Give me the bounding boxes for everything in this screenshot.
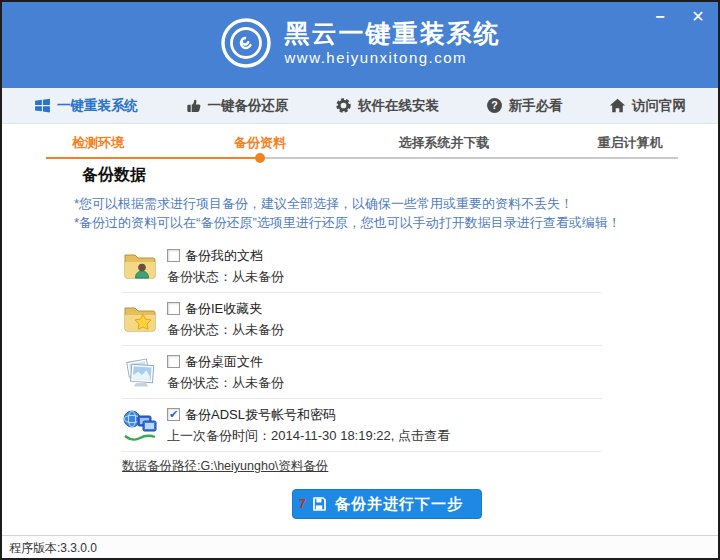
minimize-button[interactable]: − — [650, 7, 670, 27]
svg-text:?: ? — [491, 99, 497, 111]
progress-line — [46, 157, 678, 159]
app-window: − ✕ 黑云一键重装系统 www.heiyunxitong.com 一键重装系统 — [0, 0, 720, 560]
backup-item-checkbox-row[interactable]: 备份桌面文件 — [167, 353, 284, 371]
home-icon — [609, 97, 626, 114]
page-title: 备份数据 — [82, 165, 146, 186]
notices: *您可以根据需求进行项目备份，建议全部选择，以确保一些常用或重要的资料不丢失！ … — [74, 194, 621, 232]
backup-next-button-label: 备份并进行下一步 — [335, 495, 463, 514]
ie-favorites-folder-icon — [122, 303, 158, 335]
tutorial-step-marker: 7 — [299, 497, 306, 511]
progress-line-done — [46, 157, 260, 159]
nav-item-reinstall[interactable]: 一键重装系统 — [34, 97, 138, 115]
save-floppy-icon — [311, 496, 327, 512]
nav-item-backup-restore[interactable]: 一键备份还原 — [185, 97, 289, 115]
progress-dot — [255, 153, 265, 163]
nav-item-label: 软件在线安装 — [358, 97, 439, 115]
backup-path-link[interactable]: 数据备份路径:G:\heiyungho\资料备份 — [122, 458, 328, 475]
checkbox[interactable] — [167, 408, 180, 421]
app-title: 黑云一键重装系统 — [285, 18, 501, 48]
backup-item-status: 备份状态：从未备份 — [167, 268, 284, 286]
window-controls: − ✕ — [650, 7, 708, 27]
backup-next-button[interactable]: 7 备份并进行下一步 — [292, 489, 482, 519]
backup-item-checkbox-row[interactable]: 备份ADSL拨号帐号和密码 — [167, 406, 450, 424]
backup-item-text: 备份IE收藏夹 备份状态：从未备份 — [167, 300, 284, 339]
backup-item-label: 备份我的文档 — [185, 247, 263, 265]
backup-item-status-with-link[interactable]: 上一次备份时间：2014-11-30 18:19:22, 点击查看 — [167, 427, 450, 445]
backup-item-adsl: 备份ADSL拨号帐号和密码 上一次备份时间：2014-11-30 18:19:2… — [122, 399, 602, 452]
backup-item-status: 备份状态：从未备份 — [167, 374, 284, 392]
header: − ✕ 黑云一键重装系统 www.heiyunxitong.com — [2, 2, 718, 88]
thumb-up-icon — [185, 97, 202, 114]
backup-item-desktop-files: 备份桌面文件 备份状态：从未备份 — [122, 346, 602, 399]
step-select-system[interactable]: 选择系统并下载 — [379, 134, 509, 152]
program-version: 程序版本:3.3.0.0 — [9, 540, 718, 557]
gear-icon — [335, 97, 352, 114]
desktop-files-icon — [122, 356, 158, 388]
nav-item-beginner-guide[interactable]: ? 新手必看 — [486, 97, 563, 115]
backup-item-my-documents: 备份我的文档 备份状态：从未备份 — [122, 240, 602, 293]
backup-item-label: 备份ADSL拨号帐号和密码 — [185, 406, 336, 424]
backup-item-status: 备份状态：从未备份 — [167, 321, 284, 339]
checkbox[interactable] — [167, 249, 180, 262]
brand-text: 黑云一键重装系统 www.heiyunxitong.com — [285, 18, 501, 68]
nav-item-label: 一键备份还原 — [208, 97, 289, 115]
footer: 程序版本:3.3.0.0 — [2, 535, 718, 558]
nav-item-label: 一键重装系统 — [57, 97, 138, 115]
my-documents-folder-icon — [122, 250, 158, 282]
windows-logo-icon — [34, 97, 51, 114]
checkbox[interactable] — [167, 355, 180, 368]
step-check-env[interactable]: 检测环境 — [33, 134, 163, 152]
backup-items-list: 备份我的文档 备份状态：从未备份 备份IE收藏夹 备份状态：从未备份 — [122, 240, 602, 452]
app-url: www.heiyunxitong.com — [285, 48, 501, 68]
backup-item-label: 备份桌面文件 — [185, 353, 263, 371]
backup-item-text: 备份ADSL拨号帐号和密码 上一次备份时间：2014-11-30 18:19:2… — [167, 406, 450, 445]
brand: 黑云一键重装系统 www.heiyunxitong.com — [2, 2, 718, 69]
notice-line-2: *备份过的资料可以在“备份还原”选项里进行还原，您也可以手动打开数据目录进行查看… — [74, 213, 621, 232]
step-restart[interactable]: 重启计算机 — [565, 134, 695, 152]
nav-item-label: 新手必看 — [509, 97, 563, 115]
backup-item-checkbox-row[interactable]: 备份我的文档 — [167, 247, 284, 265]
backup-item-label: 备份IE收藏夹 — [185, 300, 262, 318]
question-icon: ? — [486, 97, 503, 114]
backup-item-text: 备份我的文档 备份状态：从未备份 — [167, 247, 284, 286]
heiyun-spiral-logo-icon — [220, 17, 272, 69]
backup-item-text: 备份桌面文件 备份状态：从未备份 — [167, 353, 284, 392]
adsl-network-icon — [122, 409, 158, 441]
backup-item-checkbox-row[interactable]: 备份IE收藏夹 — [167, 300, 284, 318]
navbar: 一键重装系统 一键备份还原 软件在线安装 ? — [2, 88, 718, 124]
close-button[interactable]: ✕ — [688, 7, 708, 27]
nav-item-official-site[interactable]: 访问官网 — [609, 97, 686, 115]
nav-item-software-install[interactable]: 软件在线安装 — [335, 97, 439, 115]
notice-line-1: *您可以根据需求进行项目备份，建议全部选择，以确保一些常用或重要的资料不丢失！ — [74, 194, 621, 213]
backup-item-ie-favorites: 备份IE收藏夹 备份状态：从未备份 — [122, 293, 602, 346]
checkbox[interactable] — [167, 302, 180, 315]
step-backup-data[interactable]: 备份资料 — [195, 134, 325, 152]
nav-item-label: 访问官网 — [632, 97, 686, 115]
